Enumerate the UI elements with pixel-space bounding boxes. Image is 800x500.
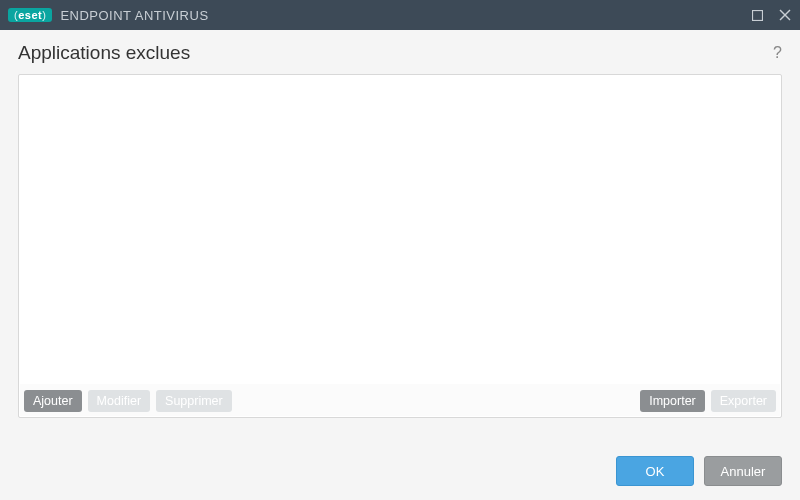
- cancel-button[interactable]: Annuler: [704, 456, 782, 486]
- edit-button: Modifier: [88, 390, 150, 412]
- product-name: ENDPOINT ANTIVIRUS: [60, 8, 208, 23]
- exclusions-panel: Ajouter Modifier Supprimer Importer Expo…: [18, 74, 782, 418]
- panel-toolbar: Ajouter Modifier Supprimer Importer Expo…: [20, 384, 780, 416]
- brand-text: eset: [18, 9, 42, 21]
- maximize-button[interactable]: [750, 8, 764, 22]
- content-area: Applications exclues ? Ajouter Modifier …: [0, 30, 800, 436]
- add-button[interactable]: Ajouter: [24, 390, 82, 412]
- delete-button: Supprimer: [156, 390, 232, 412]
- import-button[interactable]: Importer: [640, 390, 705, 412]
- page-header: Applications exclues ?: [18, 42, 782, 64]
- help-icon[interactable]: ?: [773, 44, 782, 62]
- titlebar: (eset) ENDPOINT ANTIVIRUS: [0, 0, 800, 30]
- export-button: Exporter: [711, 390, 776, 412]
- page-title: Applications exclues: [18, 42, 190, 64]
- exclusions-listbox[interactable]: [20, 76, 780, 384]
- ok-button[interactable]: OK: [616, 456, 694, 486]
- dialog-footer: OK Annuler: [0, 442, 800, 500]
- close-button[interactable]: [778, 8, 792, 22]
- brand-badge: (eset): [8, 8, 52, 22]
- window-controls: [750, 8, 792, 22]
- svg-rect-0: [752, 10, 762, 20]
